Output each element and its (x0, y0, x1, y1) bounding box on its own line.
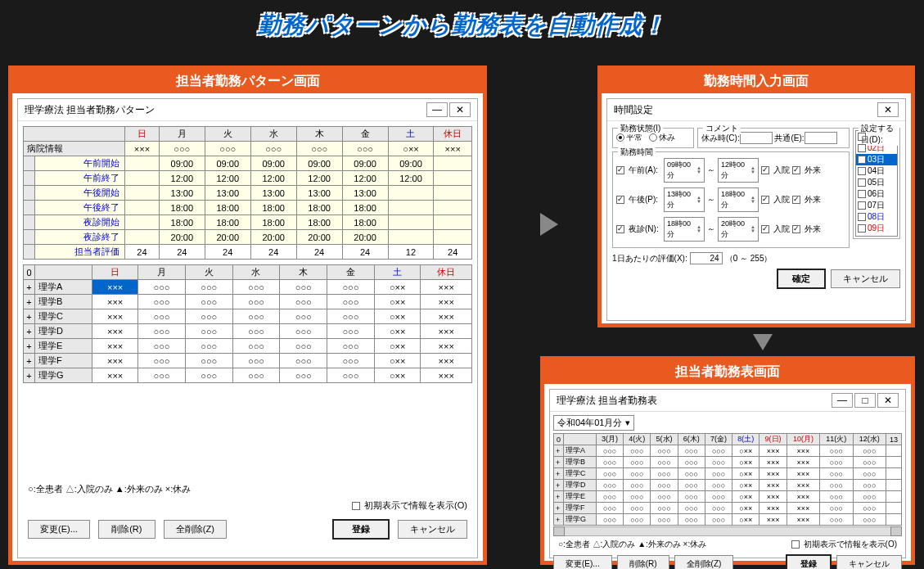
schedule-row[interactable]: +理学G○○○○○○○○○○○○○○○○××××××××○○○○○○ (554, 514, 902, 526)
rest-comment-input[interactable] (740, 132, 773, 144)
month-selector[interactable]: 令和04年01月分▾ (553, 415, 634, 431)
staff-row[interactable]: +理学A×××○○○○○○○○○○○○○○○○××××× (24, 280, 472, 295)
delete-button[interactable]: 削除(R) (98, 520, 156, 539)
pattern-titlebar: 理学療法 担当者勤務パターン — ✕ (18, 99, 477, 121)
time-from-spinner[interactable]: 09時00分▲▼ (664, 158, 705, 183)
delete-all-button[interactable]: 全削除(Z) (674, 555, 734, 569)
register-button[interactable]: 登録 (332, 519, 390, 540)
day-list-item[interactable]: 07日 (856, 200, 897, 211)
schedule-row[interactable]: +理学E○○○○○○○○○○○○○○○○××××××××○○○○○○ (554, 491, 902, 503)
schedule-row[interactable]: +理学D○○○○○○○○○○○○○○○○××××××××○○○○○○ (554, 480, 902, 491)
day-list-item[interactable]: 10日 (856, 234, 897, 237)
outpatient-check[interactable] (792, 166, 800, 174)
time-enable-check[interactable] (616, 225, 624, 233)
schedule-panel-title: 担当者勤務表画面 (544, 360, 911, 384)
pattern-panel-title: 担当者勤務パターン画面 (12, 70, 483, 93)
cancel-button[interactable]: キャンセル (836, 555, 902, 569)
eval-label: 1日あたりの評価(X): (612, 253, 687, 264)
day-list-item[interactable]: 09日 (856, 223, 897, 234)
arrow-right-icon (540, 213, 558, 236)
minimize-icon[interactable]: — (426, 102, 448, 117)
staff-row[interactable]: +理学E×××○○○○○○○○○○○○○○○○××××× (24, 339, 472, 354)
time-to-spinner[interactable]: 18時00分▲▼ (718, 187, 759, 212)
inpatient-check[interactable] (761, 225, 769, 233)
maximize-icon[interactable]: □ (854, 393, 876, 408)
time-row: 夜診(N):18時00分▲▼ ～ 20時00分▲▼ 入院 外来 (616, 215, 845, 244)
schedule-row[interactable]: +理学F○○○○○○○○○○○○○○○○××××××××○○○○○○ (554, 503, 902, 514)
expand-icon: + (554, 445, 564, 457)
pattern-window: 理学療法 担当者勤務パターン — ✕ 日月火水木金土休日病院情報×××○○○○○… (17, 98, 478, 558)
staff-row[interactable]: +理学C×××○○○○○○○○○○○○○○○○××××× (24, 309, 472, 324)
staff-pattern-grid[interactable]: 0日月火水木金土休日+理学A×××○○○○○○○○○○○○○○○○×××××+理… (23, 264, 472, 383)
delete-button[interactable]: 削除(R) (617, 555, 669, 569)
eval-input[interactable]: 24 (690, 252, 723, 264)
banner-text: 勤務パターンから勤務表を自動作成！ (258, 12, 666, 38)
time-from-spinner[interactable]: 13時00分▲▼ (664, 187, 705, 212)
legend-text: ○:全患者 △:入院のみ ▲:外来のみ ×:休み (558, 539, 706, 550)
close-icon[interactable]: ✕ (449, 102, 471, 117)
time-row: 午後(P):13時00分▲▼ ～ 18時00分▲▼ 入院 外来 (616, 185, 845, 215)
expand-icon: + (24, 309, 35, 324)
time-to-spinner[interactable]: 20時00分▲▼ (718, 217, 759, 242)
time-to-spinner[interactable]: 12時00分▲▼ (718, 158, 759, 183)
delete-all-button[interactable]: 全削除(Z) (164, 520, 227, 539)
staff-row[interactable]: +理学G×××○○○○○○○○○○○○○○○○××××× (24, 368, 472, 383)
minimize-icon[interactable]: — (832, 393, 853, 408)
cancel-button[interactable]: キャンセル (398, 520, 467, 539)
pattern-win-title: 理学療法 担当者勤務パターン (25, 103, 426, 117)
init-display-check[interactable]: 初期表示で情報を表示(O) (352, 499, 467, 512)
banner: 勤務パターンから勤務表を自動作成！ (0, 0, 924, 47)
outpatient-check[interactable] (792, 196, 800, 204)
hospital-info-grid[interactable]: 日月火水木金土休日病院情報×××○○○○○○○○○○○○○○○○×××××午前開… (23, 126, 472, 260)
time-panel-title: 勤務時間入力画面 (602, 70, 911, 93)
staff-row[interactable]: +理学F×××○○○○○○○○○○○○○○○○××××× (24, 354, 472, 368)
time-enable-check[interactable] (616, 196, 624, 204)
schedule-panel: 担当者勤務表画面 理学療法 担当者勤務表 — □ ✕ 令和04年01月分▾ 03… (540, 356, 915, 565)
expand-icon: + (554, 491, 564, 503)
cancel-button[interactable]: キャンセル (831, 269, 900, 288)
change-button[interactable]: 変更(E)... (28, 520, 90, 539)
day-list[interactable]: 01日02日03日04日05日06日07日08日09日10日 (855, 130, 898, 237)
common-comment-label: 共通(E): (774, 133, 804, 142)
close-icon[interactable]: ✕ (877, 102, 899, 117)
schedule-titlebar: 理学療法 担当者勤務表 — □ ✕ (550, 390, 905, 412)
schedule-row[interactable]: +理学C○○○○○○○○○○○○○○○○××××××××○○○○○○ (554, 468, 902, 480)
time-enable-check[interactable] (616, 166, 624, 174)
close-icon[interactable]: ✕ (877, 393, 899, 408)
day-list-item[interactable]: 05日 (856, 177, 897, 188)
day-list-item[interactable]: 03日 (856, 154, 897, 165)
inpatient-check[interactable] (761, 166, 769, 174)
status-group-label: 勤務状態(I) (618, 123, 663, 134)
expand-icon: + (554, 514, 564, 526)
dropdown-icon: ▾ (625, 418, 630, 428)
staff-row[interactable]: +理学B×××○○○○○○○○○○○○○○○○××××× (24, 295, 472, 309)
time-window: 時間設定 ✕ 勤務状態(I) 平常 休み コメント 休み時(C) (606, 98, 906, 321)
time-row: 午前(A):09時00分▲▼ ～ 12時00分▲▼ 入院 外来 (616, 156, 845, 185)
eval-range: （0 ～ 255） (725, 253, 773, 264)
time-win-title: 時間設定 (614, 103, 877, 117)
outpatient-check[interactable] (792, 225, 800, 233)
expand-icon: + (24, 280, 35, 295)
staff-row[interactable]: +理学D×××○○○○○○○○○○○○○○○○××××× (24, 324, 472, 339)
time-titlebar: 時間設定 ✕ (607, 99, 905, 121)
register-button[interactable]: 登録 (786, 554, 832, 569)
expand-icon: + (24, 339, 35, 354)
common-comment-input[interactable] (805, 132, 837, 144)
day-list-item[interactable]: 08日 (856, 211, 897, 223)
comment-group-label: コメント (703, 123, 741, 134)
expand-icon: + (554, 503, 564, 514)
day-list-item[interactable]: 06日 (856, 188, 897, 200)
change-button[interactable]: 変更(E)... (553, 555, 612, 569)
hospital-info-label: 病院情報 (24, 142, 125, 156)
day-list-item[interactable]: 04日 (856, 165, 897, 177)
inpatient-check[interactable] (761, 196, 769, 204)
schedule-row[interactable]: +理学B○○○○○○○○○○○○○○○○××××××××○○○○○○ (554, 457, 902, 468)
expand-icon: + (554, 480, 564, 491)
pattern-panel: 担当者勤務パターン画面 理学療法 担当者勤務パターン — ✕ 日月火水木金土休日… (8, 65, 487, 565)
schedule-grid[interactable]: 03(月)4(火)5(水)6(木)7(金)8(土)9(日)10(月)11(火)1… (553, 433, 902, 526)
horizontal-scrollbar[interactable] (553, 526, 902, 536)
time-from-spinner[interactable]: 18時00分▲▼ (664, 217, 705, 242)
ok-button[interactable]: 確定 (777, 269, 826, 289)
init-display-check[interactable]: 初期表示で情報を表示(O) (791, 539, 897, 550)
schedule-row[interactable]: +理学A○○○○○○○○○○○○○○○○××××××××○○○○○○ (554, 445, 902, 457)
